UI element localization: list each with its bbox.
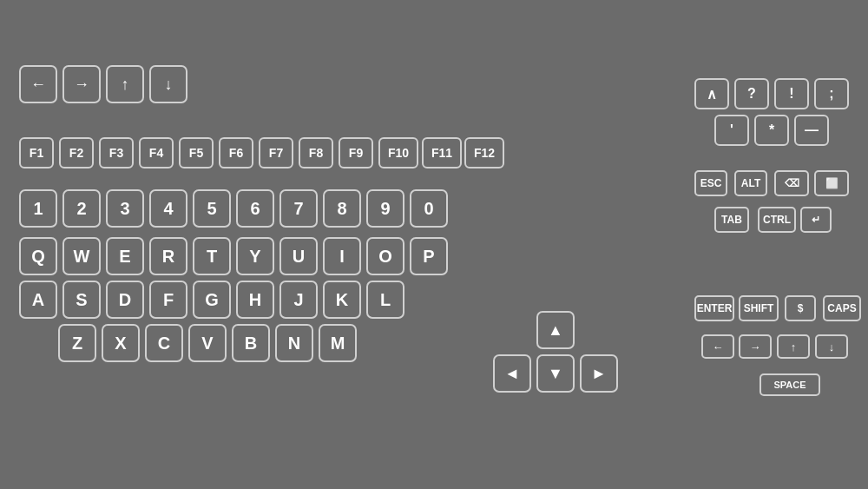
key-f8[interactable]: F8 bbox=[299, 137, 333, 169]
key-ctrl[interactable]: CTRL bbox=[758, 207, 796, 233]
key-8[interactable]: 8 bbox=[323, 189, 361, 228]
key-q[interactable]: Q bbox=[19, 237, 57, 275]
key-f1[interactable]: F1 bbox=[19, 137, 54, 169]
key-caps[interactable]: CAPS bbox=[823, 295, 861, 321]
key-e[interactable]: E bbox=[106, 237, 144, 275]
key-x[interactable]: ! bbox=[774, 78, 809, 109]
key-i[interactable]: I bbox=[323, 237, 361, 275]
key-shift[interactable]: SHIFT bbox=[739, 295, 779, 321]
key-x[interactable]: ↓ bbox=[149, 65, 187, 103]
key-x[interactable]: $ bbox=[785, 295, 816, 321]
key-z[interactable]: Z bbox=[58, 324, 96, 362]
key-r[interactable]: R bbox=[149, 237, 187, 275]
key-f12[interactable]: F12 bbox=[464, 137, 504, 169]
key-h[interactable]: H bbox=[236, 281, 274, 319]
key-x[interactable]: ↑ bbox=[106, 65, 144, 103]
key-x[interactable]: ; bbox=[814, 78, 849, 109]
key-2[interactable]: 2 bbox=[62, 189, 101, 228]
key-f4[interactable]: F4 bbox=[139, 137, 174, 169]
key-x[interactable]: ▲ bbox=[536, 311, 575, 349]
key-x[interactable]: ⌫ bbox=[774, 170, 809, 196]
key-4[interactable]: 4 bbox=[149, 189, 187, 228]
keyboard-layout: ←→↑↓F1F2F3F4F5F6F7F8F9F10F11F12123456789… bbox=[0, 0, 868, 489]
key-x[interactable]: ∧ bbox=[694, 78, 729, 109]
key-s[interactable]: S bbox=[62, 281, 101, 319]
key-5[interactable]: 5 bbox=[193, 189, 231, 228]
key-3[interactable]: 3 bbox=[106, 189, 144, 228]
key-b[interactable]: B bbox=[232, 324, 270, 362]
key-x[interactable]: X bbox=[102, 324, 140, 362]
key-space[interactable]: SPACE bbox=[760, 373, 820, 396]
key-enter[interactable]: ENTER bbox=[694, 295, 734, 321]
key-f2[interactable]: F2 bbox=[59, 137, 94, 169]
key-w[interactable]: W bbox=[62, 237, 101, 275]
key-t[interactable]: T bbox=[193, 237, 231, 275]
key-f9[interactable]: F9 bbox=[339, 137, 373, 169]
key-7[interactable]: 7 bbox=[279, 189, 318, 228]
key-f5[interactable]: F5 bbox=[179, 137, 214, 169]
key-f6[interactable]: F6 bbox=[219, 137, 253, 169]
key-c[interactable]: C bbox=[145, 324, 183, 362]
key-p[interactable]: P bbox=[410, 237, 448, 275]
key-x[interactable]: — bbox=[794, 115, 829, 146]
key-x[interactable]: ↑ bbox=[777, 334, 810, 359]
key-k[interactable]: K bbox=[323, 281, 361, 319]
key-esc[interactable]: ESC bbox=[694, 170, 727, 196]
key-x[interactable]: ◄ bbox=[493, 354, 531, 393]
key-x[interactable]: ↵ bbox=[800, 207, 832, 233]
key-0[interactable]: 0 bbox=[410, 189, 448, 228]
key-g[interactable]: G bbox=[193, 281, 231, 319]
key-x[interactable]: → bbox=[62, 65, 101, 103]
key-x[interactable]: ← bbox=[19, 65, 57, 103]
key-f10[interactable]: F10 bbox=[378, 137, 418, 169]
key-f3[interactable]: F3 bbox=[99, 137, 134, 169]
key-d[interactable]: D bbox=[106, 281, 144, 319]
key-x[interactable]: ← bbox=[701, 334, 734, 359]
key-x[interactable]: ↓ bbox=[815, 334, 848, 359]
key-j[interactable]: J bbox=[279, 281, 318, 319]
key-alt[interactable]: ALT bbox=[734, 170, 767, 196]
key-f11[interactable]: F11 bbox=[422, 137, 462, 169]
key-6[interactable]: 6 bbox=[236, 189, 274, 228]
key-y[interactable]: Y bbox=[236, 237, 274, 275]
key-tab[interactable]: TAB bbox=[714, 207, 749, 233]
key-x[interactable]: ▼ bbox=[536, 354, 575, 393]
key-x[interactable]: ► bbox=[580, 354, 618, 393]
key-x[interactable]: ' bbox=[714, 115, 749, 146]
key-x[interactable]: * bbox=[754, 115, 789, 146]
key-v[interactable]: V bbox=[188, 324, 227, 362]
key-m[interactable]: M bbox=[319, 324, 357, 362]
key-n[interactable]: N bbox=[275, 324, 313, 362]
key-9[interactable]: 9 bbox=[366, 189, 404, 228]
key-a[interactable]: A bbox=[19, 281, 57, 319]
key-1[interactable]: 1 bbox=[19, 189, 57, 228]
key-o[interactable]: O bbox=[366, 237, 404, 275]
key-x[interactable]: ? bbox=[734, 78, 769, 109]
key-x[interactable]: → bbox=[739, 334, 772, 359]
key-f7[interactable]: F7 bbox=[259, 137, 293, 169]
key-x[interactable]: ⬜ bbox=[814, 170, 849, 196]
key-f[interactable]: F bbox=[149, 281, 187, 319]
key-l[interactable]: L bbox=[366, 281, 404, 319]
key-u[interactable]: U bbox=[279, 237, 318, 275]
